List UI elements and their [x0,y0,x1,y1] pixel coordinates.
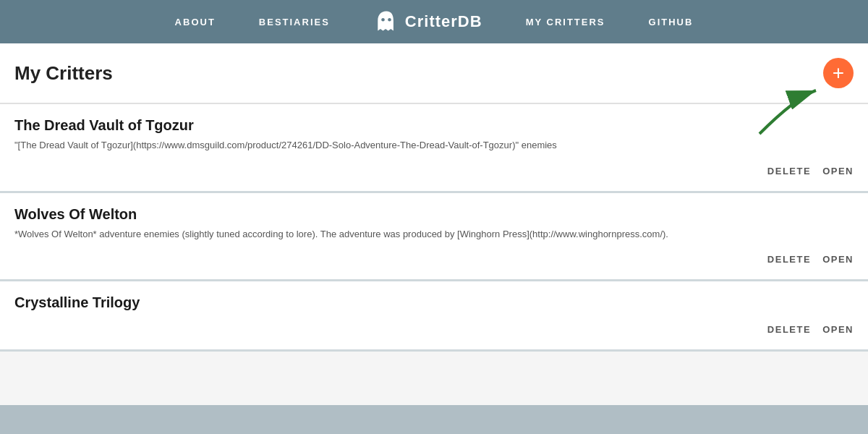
critter-item: Crystalline Trilogy DELETE OPEN [0,281,868,352]
nav-my-critters[interactable]: My Critters [526,17,605,27]
critter-item: Wolves Of Welton *Wolves Of Welton* adve… [0,193,868,282]
critter-list: The Dread Vault of Tgozur "[The Dread Va… [0,104,868,352]
nav-about[interactable]: About [175,17,216,27]
critter-name: Wolves Of Welton [14,206,854,223]
footer-bar [0,405,868,434]
critter-actions: DELETE OPEN [14,163,854,184]
critter-name: The Dread Vault of Tgozur [14,117,854,134]
critter-item: The Dread Vault of Tgozur "[The Dread Va… [0,104,868,193]
svg-point-1 [388,18,391,22]
nav-bestiaries[interactable]: Bestiaries [259,17,330,27]
svg-point-0 [381,18,385,22]
navigation: About Bestiaries CritterDB My Critters G… [0,0,868,43]
open-button[interactable]: OPEN [822,321,854,338]
page-header: My Critters + [0,43,868,104]
logo-text: CritterDB [405,12,482,31]
critter-actions: DELETE OPEN [14,321,854,342]
add-critter-button[interactable]: + [823,58,854,88]
critter-description: *Wolves Of Welton* adventure enemies (sl… [14,227,854,242]
delete-button[interactable]: DELETE [767,321,811,338]
delete-button[interactable]: DELETE [767,251,811,268]
open-button[interactable]: OPEN [822,251,854,268]
critter-actions: DELETE OPEN [14,251,854,272]
critter-description: "[The Dread Vault of Tgozur](https://www… [14,138,854,153]
open-button[interactable]: OPEN [822,163,854,179]
ghost-icon [373,9,399,35]
critter-name: Crystalline Trilogy [14,294,854,311]
page-title: My Critters [14,62,113,85]
delete-button[interactable]: DELETE [767,163,811,179]
nav-github[interactable]: GitHub [649,17,694,27]
nav-logo[interactable]: CritterDB [373,9,482,35]
